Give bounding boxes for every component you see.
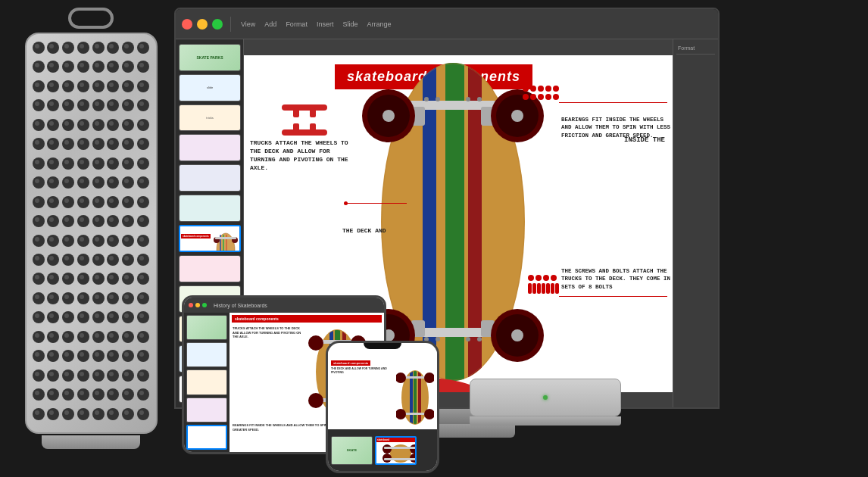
slide-thumb-3[interactable]: tricks bbox=[179, 104, 241, 132]
bearing-line bbox=[559, 102, 667, 103]
svg-point-30 bbox=[511, 110, 523, 122]
mac-pro-hole bbox=[33, 157, 45, 170]
svg-rect-15 bbox=[310, 123, 316, 132]
svg-rect-65 bbox=[402, 376, 428, 379]
mac-pro-hole bbox=[122, 42, 134, 54]
slide-thumb-5[interactable] bbox=[179, 164, 241, 192]
slide-thumb-8[interactable] bbox=[179, 255, 241, 282]
mac-pro-hole bbox=[137, 42, 149, 54]
mac-pro-hole bbox=[62, 42, 74, 54]
slide-thumb-2[interactable]: slide bbox=[179, 74, 241, 101]
mac-pro-hole bbox=[122, 80, 134, 92]
mac-pro-hole bbox=[122, 331, 134, 343]
mac-pro-hole bbox=[107, 331, 119, 343]
mac-pro-hole bbox=[107, 273, 119, 285]
mac-pro-hole bbox=[62, 273, 74, 285]
ipad-slide-panel[interactable] bbox=[184, 313, 229, 452]
iphone-slide-content: THE DECK AND ALLOW FOR TURNING AND PIVOT… bbox=[331, 367, 434, 428]
svg-point-47 bbox=[477, 337, 482, 341]
maximize-button[interactable] bbox=[212, 19, 223, 30]
mac-pro-hole bbox=[92, 61, 105, 73]
toolbar-item-arrange[interactable]: Arrange bbox=[367, 20, 391, 28]
mac-pro-hole bbox=[92, 157, 105, 170]
mac-mini-body bbox=[470, 379, 621, 416]
mac-pro-hole bbox=[107, 61, 119, 73]
mac-pro-hole bbox=[33, 254, 45, 266]
minimize-button[interactable] bbox=[197, 19, 208, 30]
slide-thumb-img-4 bbox=[180, 135, 240, 161]
screw-5 bbox=[546, 283, 550, 294]
mac-pro-hole bbox=[77, 61, 89, 73]
inside-the-container: INSIDE THE bbox=[624, 131, 665, 145]
slide-thumb-img-6 bbox=[180, 195, 240, 221]
close-button[interactable] bbox=[182, 19, 192, 30]
mac-pro-hole bbox=[92, 119, 105, 131]
mac-pro-hole bbox=[47, 215, 59, 227]
mac-pro-hole bbox=[107, 119, 119, 131]
iphone-filmstrip[interactable]: SKATE skateboard bbox=[328, 429, 437, 471]
toolbar-item-format[interactable]: Format bbox=[286, 20, 308, 28]
mac-pro-hole bbox=[33, 138, 45, 150]
iphone-device: skateboard components THE DECK AND ALLOW… bbox=[326, 341, 439, 473]
mac-pro-hole bbox=[92, 350, 105, 362]
mac-pro-hole bbox=[33, 215, 45, 227]
mac-pro-hole bbox=[33, 80, 45, 92]
format-panel: Format bbox=[673, 39, 718, 407]
slide-thumb-4[interactable] bbox=[179, 134, 241, 161]
ipad-close[interactable] bbox=[189, 303, 193, 307]
mac-pro-hole bbox=[92, 408, 105, 420]
toolbar-item-view[interactable]: View bbox=[241, 20, 255, 28]
mac-pro-hole bbox=[137, 119, 149, 131]
ipad-slide-4[interactable] bbox=[186, 398, 227, 422]
mac-pro-hole bbox=[33, 61, 45, 73]
ipad-minimize[interactable] bbox=[195, 303, 200, 307]
mac-pro-hole bbox=[62, 369, 74, 382]
toolbar-item-add[interactable]: Add bbox=[264, 20, 276, 28]
mac-pro-hole bbox=[47, 408, 59, 420]
mac-pro-foot bbox=[42, 435, 140, 449]
mac-mini-device bbox=[470, 379, 621, 447]
deck-and-text: THE DECK AND bbox=[342, 227, 386, 234]
mac-pro-hole bbox=[77, 157, 89, 170]
toolbar-item-slide[interactable]: Slide bbox=[342, 20, 358, 28]
mac-pro-hole bbox=[137, 254, 149, 266]
ipad-slide-2[interactable] bbox=[186, 342, 227, 367]
svg-point-40 bbox=[424, 97, 429, 101]
truck-line-h bbox=[346, 203, 407, 204]
screw-1 bbox=[528, 283, 532, 294]
screws-row bbox=[528, 283, 559, 294]
screw-dot-1 bbox=[528, 275, 534, 281]
screw-dot-2 bbox=[535, 275, 542, 281]
ipad-slide-1[interactable] bbox=[186, 315, 227, 340]
slide-thumb-1[interactable]: SKATE PARKS bbox=[179, 44, 241, 71]
svg-point-43 bbox=[477, 97, 482, 101]
iphone-thumb-1[interactable]: SKATE bbox=[331, 436, 373, 465]
svg-rect-68 bbox=[402, 413, 428, 415]
mac-pro-hole bbox=[107, 176, 119, 189]
ipad-maximize[interactable] bbox=[202, 303, 207, 307]
bearings-bottom-dots bbox=[523, 94, 559, 100]
mac-pro-hole bbox=[62, 119, 74, 131]
slide-thumb-6[interactable] bbox=[179, 195, 241, 222]
slide-thumb-7-active[interactable]: skateboard components bbox=[179, 225, 241, 252]
iphone-thumb-2-active[interactable]: skateboard bbox=[375, 436, 417, 465]
toolbar-item-insert[interactable]: Insert bbox=[317, 20, 334, 28]
mac-pro-hole bbox=[137, 196, 149, 208]
mac-pro-hole bbox=[77, 254, 89, 266]
svg-rect-11 bbox=[293, 108, 299, 117]
mac-mini-base bbox=[470, 416, 621, 426]
svg-point-46 bbox=[466, 337, 470, 341]
mac-pro-hole bbox=[33, 42, 45, 54]
screws-annotation-container: THE SCREWS AND BOLTS ATTACH THE TRUCKS T… bbox=[561, 267, 671, 292]
mac-pro-hole bbox=[33, 273, 45, 285]
mac-pro-hole bbox=[122, 292, 134, 304]
svg-point-45 bbox=[436, 337, 440, 341]
mac-pro-hole bbox=[62, 176, 74, 189]
mac-pro-hole bbox=[77, 42, 89, 54]
mac-pro-hole bbox=[47, 80, 59, 92]
toolbar-divider bbox=[230, 17, 231, 32]
mac-pro-hole bbox=[33, 196, 45, 208]
screws-annotation: THE SCREWS AND BOLTS ATTACH THE TRUCKS T… bbox=[561, 267, 671, 292]
ipad-slide-5[interactable] bbox=[186, 425, 227, 450]
ipad-slide-3[interactable] bbox=[186, 369, 227, 394]
